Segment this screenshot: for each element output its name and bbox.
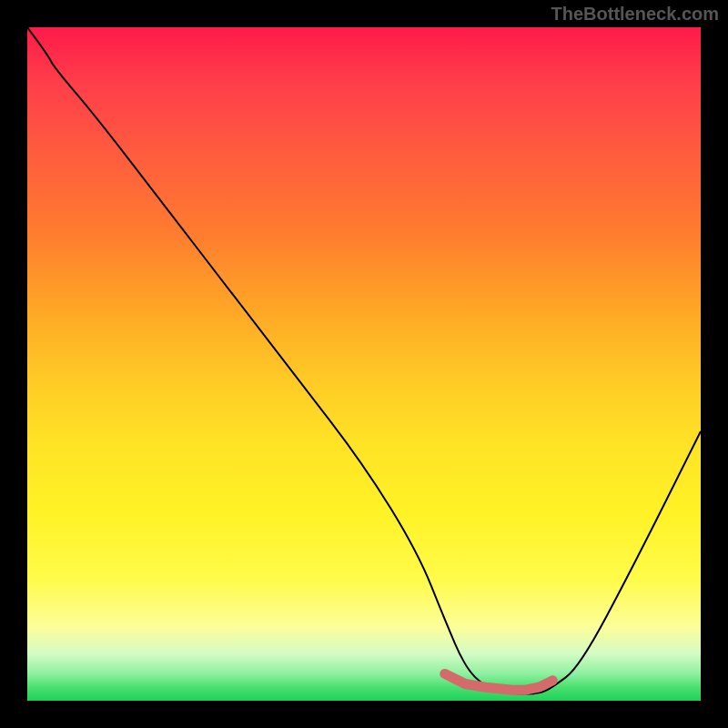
- chart-area: [27, 27, 701, 701]
- chart-overlay: [27, 27, 701, 701]
- bottleneck-curve-line: [27, 27, 701, 694]
- optimal-range-highlight: [445, 673, 552, 690]
- watermark-text: TheBottleneck.com: [551, 4, 719, 25]
